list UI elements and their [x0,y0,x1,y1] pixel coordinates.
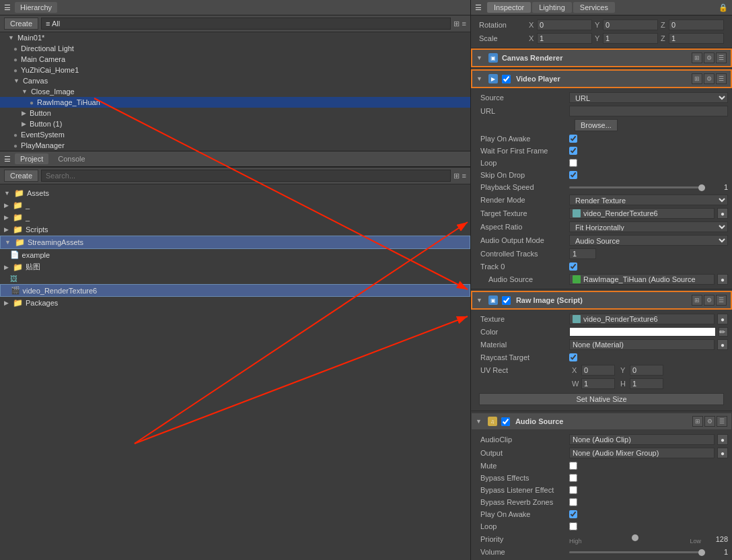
audio-play-awake-checkbox[interactable] [569,510,577,518]
hierarchy-item-playmanager[interactable]: ● PlayManager [0,140,470,151]
canvas-renderer-header[interactable]: ▼ ▣ Canvas Renderer ⊞ ⚙ ☰ [471,48,732,67]
project-item-example[interactable]: 📄 example [0,249,470,260]
project-item-file2[interactable]: 🖼 [0,273,470,284]
browse-button[interactable]: Browse... [575,119,618,131]
volume-slider[interactable] [569,551,705,553]
uv-x-input[interactable] [581,365,615,376]
audioclip-field[interactable]: None (Audio Clip) [569,434,715,445]
audio-source-comp-checkbox[interactable] [501,417,510,426]
video-player-tool2[interactable]: ⚙ [704,73,715,84]
project-item-streaming[interactable]: ▼ 📁 StreamingAssets [0,236,470,249]
raw-image-tool1[interactable]: ⊞ [692,295,702,306]
video-player-header[interactable]: ▼ ▶ Video Player ⊞ ⚙ ☰ [471,69,732,88]
rotation-y-input[interactable] [603,20,658,30]
audio-source-tool1[interactable]: ⊞ [692,416,703,427]
hierarchy-item-rawimage[interactable]: ● RawImage_TiHuan [0,97,470,108]
raycast-checkbox[interactable] [569,353,577,361]
rotation-x-input[interactable] [537,20,592,30]
raw-image-checkbox[interactable] [502,296,511,305]
project-item-futu[interactable]: ▶ 📁 贴图 [0,260,470,273]
hierarchy-item-canvas[interactable]: ▼ Canvas [0,75,470,86]
project-item-assets[interactable]: ▼ 📁 Assets [0,187,470,199]
hierarchy-item-yuzhicai[interactable]: ● YuZhiCai_Home1 [0,65,470,75]
material-picker[interactable]: ● [717,339,728,350]
raw-image-tool2[interactable]: ⚙ [704,295,715,306]
audio-source-header[interactable]: ▼ ♫ Audio Source ⊞ ⚙ ☰ [471,413,732,430]
audioclip-picker[interactable]: ● [717,434,728,445]
rotation-z-input[interactable] [669,20,724,30]
source-select[interactable]: URL [569,92,728,103]
url-input[interactable] [569,106,728,116]
material-field[interactable]: None (Material) [569,339,715,350]
uv-h-input[interactable] [630,378,663,389]
bypass-effects-checkbox[interactable] [569,474,577,482]
tab-lighting[interactable]: Lighting [532,2,572,13]
hierarchy-search-input[interactable] [41,18,451,30]
video-player-tool1[interactable]: ⊞ [692,73,702,84]
tab-inspector[interactable]: Inspector [487,2,531,13]
project-item-dash2[interactable]: ▶ 📁 _ [0,211,470,223]
raw-image-tool3[interactable]: ☰ [716,295,727,306]
color-field[interactable] [569,327,716,337]
project-create-button[interactable]: Create [4,170,38,182]
audio-output-select[interactable]: Audio Source [569,235,728,246]
scale-z-input[interactable] [669,33,724,44]
proj-icon2[interactable]: ≡ [462,172,466,180]
canvas-renderer-tool3[interactable]: ☰ [716,53,727,63]
hierarchy-item-button[interactable]: ▶ Button [0,108,470,118]
project-item-dash1[interactable]: ▶ 📁 _ [0,199,470,211]
bypass-listener-checkbox[interactable] [569,486,577,494]
hierarchy-item-eventsystem[interactable]: ● EventSystem [0,129,470,140]
texture-field[interactable]: video_RenderTexture6 [569,314,715,324]
hierarchy-icon2[interactable]: ≡ [462,20,466,28]
tab-services[interactable]: Services [573,2,615,13]
canvas-renderer-tool2[interactable]: ⚙ [704,53,715,63]
render-mode-select[interactable]: Render Texture [569,195,728,205]
scale-x-input[interactable] [537,33,592,44]
controlled-tracks-input[interactable] [569,248,596,259]
aspect-ratio-select[interactable]: Fit Horizontally [569,221,728,232]
playback-speed-slider[interactable] [569,186,705,188]
audio-loop-checkbox[interactable] [569,522,577,530]
hierarchy-item-close-image[interactable]: ▼ Close_Image [0,86,470,97]
target-texture-picker[interactable]: ● [717,208,728,219]
loop-checkbox[interactable] [569,159,577,167]
output-field[interactable]: None (Audio Mixer Group) [569,448,715,458]
hierarchy-tab[interactable]: Hierarchy [15,2,57,13]
hierarchy-create-button[interactable]: Create [4,18,38,30]
mute-checkbox[interactable] [569,462,577,470]
target-texture-field[interactable]: video_RenderTexture6 [569,208,715,219]
raw-image-header[interactable]: ▼ ▣ Raw Image (Script) ⊞ ⚙ ☰ [471,291,732,310]
project-tab[interactable]: Project [15,153,48,164]
skip-checkbox[interactable] [569,171,577,179]
project-item-packages[interactable]: ▶ 📁 Packages [0,297,470,309]
set-native-size-button[interactable]: Set Native Size [479,393,724,405]
hierarchy-item-main01[interactable]: ▼ Main01* [0,32,470,43]
project-item-scripts[interactable]: ▶ 📁 Scripts [0,223,470,236]
scale-y-input[interactable] [603,33,658,44]
project-search-input[interactable] [41,170,451,182]
wait-checkbox[interactable] [569,147,577,155]
project-item-video-texture[interactable]: 🎬 video_RenderTexture6 [0,284,470,297]
hierarchy-item-directional-light[interactable]: ● Directional Light [0,43,470,54]
audio-source-tool3[interactable]: ☰ [717,416,727,427]
texture-picker[interactable]: ● [717,314,728,324]
console-tab[interactable]: Console [52,153,90,164]
audio-source-field[interactable]: RawImage_TiHuan (Audio Source [569,274,715,285]
hierarchy-icon1[interactable]: ⊞ [453,20,460,28]
canvas-renderer-tool1[interactable]: ⊞ [692,53,702,63]
proj-icon1[interactable]: ⊞ [453,172,460,180]
uv-w-input[interactable] [581,378,615,389]
play-on-awake-checkbox[interactable] [569,135,577,143]
inspector-lock-icon[interactable]: 🔒 [719,3,728,12]
bypass-reverb-checkbox[interactable] [569,498,577,506]
audio-source-tool2[interactable]: ⚙ [704,416,715,427]
audio-source-picker[interactable]: ● [717,274,728,285]
video-player-tool3[interactable]: ☰ [716,73,727,84]
uv-y-input[interactable] [630,365,663,376]
video-player-checkbox[interactable] [502,75,511,83]
output-picker[interactable]: ● [717,448,728,458]
color-picker-button[interactable]: ✏ [719,327,728,337]
hierarchy-item-button1[interactable]: ▶ Button (1) [0,118,470,129]
track-checkbox[interactable] [569,262,577,271]
